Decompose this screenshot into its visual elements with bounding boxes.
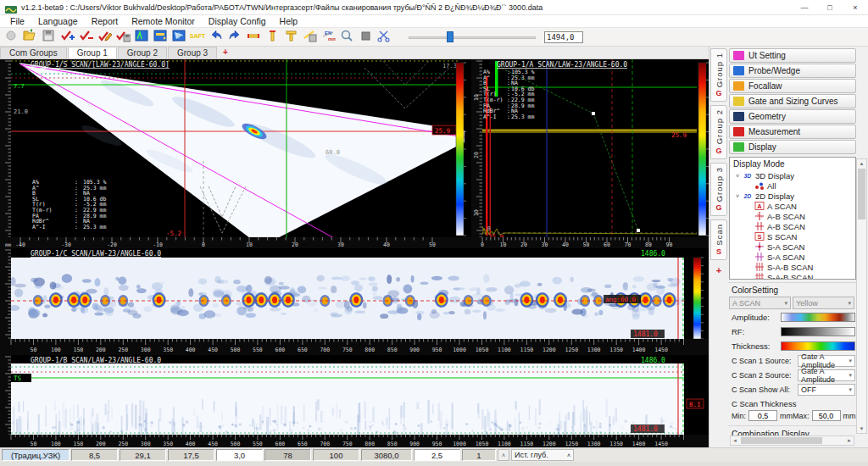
scroll-thumb[interactable]: [858, 169, 865, 219]
tab-group-3[interactable]: Group 3: [168, 47, 217, 58]
bscan-display-icon[interactable]: [152, 27, 170, 43]
status-cell-8[interactable]: 2,5: [414, 449, 460, 461]
save-file-icon[interactable]: [40, 27, 58, 43]
tree-item-2d-display[interactable]: ˅2D2D Display: [733, 191, 855, 201]
undo-icon[interactable]: [208, 27, 225, 43]
redo-icon[interactable]: [226, 27, 244, 43]
dropdown-c-scan-show-all-[interactable]: OFF▾: [798, 384, 855, 396]
svg-text:400: 400: [186, 441, 196, 447]
scan-position-slider[interactable]: [409, 29, 536, 45]
svg-text:450: 450: [208, 441, 218, 447]
scissors-icon[interactable]: [376, 27, 393, 43]
close-button[interactable]: ×: [843, 0, 868, 15]
units-icon[interactable]: ENmm: [320, 27, 337, 43]
c-scan-panel[interactable]: ang:60.01486.01481.0GROUP-1/C SCAN/LAW-2…: [0, 248, 709, 355]
thickness-min-input[interactable]: [748, 410, 777, 421]
add-group-tab[interactable]: +: [218, 47, 233, 58]
tree-item-s-a-scan[interactable]: S-A SCAN: [733, 252, 855, 262]
scan-position-input[interactable]: [544, 31, 583, 43]
add-group-vertical-tab[interactable]: +: [716, 265, 721, 275]
svg-text:10: 10: [500, 241, 507, 248]
tree-expander-icon[interactable]: ˅: [733, 192, 742, 200]
sidebar-buttons: Ut SettingProbe/WedgeFocallawGate and Si…: [728, 48, 857, 155]
toolbar: SAFTENmm: [0, 28, 868, 47]
tree-item-a-scan[interactable]: AA SCAN: [733, 201, 855, 211]
svg-text:850: 850: [387, 347, 398, 353]
gate-save-icon[interactable]: [301, 27, 319, 43]
svg-text:20: 20: [520, 241, 527, 248]
vertical-tab-group-2[interactable]: Group 2G: [710, 105, 727, 158]
gate-t-icon[interactable]: [282, 27, 300, 43]
vertical-tab-group-3[interactable]: Group 3G: [710, 163, 727, 216]
tree-item-all[interactable]: All: [733, 180, 855, 191]
sidebar-button-gate-and-sizing-curves[interactable]: Gate and Sizing Curves: [729, 94, 856, 108]
scan-type-select[interactable]: A SCAN▾: [729, 297, 791, 309]
tree-item-s-a-b-scan[interactable]: S-A-B SCAN: [733, 262, 855, 272]
sscan-display-icon[interactable]: [170, 27, 188, 43]
stop-icon[interactable]: [357, 27, 375, 43]
tree-item-s-scan[interactable]: SS SCAN: [733, 231, 855, 241]
scroll-up-icon[interactable]: ▲: [860, 159, 865, 168]
sidebar-button-probe-wedge[interactable]: Probe/Wedge: [729, 64, 856, 78]
scroll-thumb[interactable]: [741, 437, 822, 444]
depth-mode-dropdown[interactable]: Ист. глуб.˄: [511, 449, 574, 461]
sidebar-button-ut-setting[interactable]: Ut Setting: [729, 48, 856, 63]
svg-text:100: 100: [51, 347, 61, 353]
law-edit-icon[interactable]: [96, 27, 114, 43]
menu-remote-monitor[interactable]: Remote Monitor: [125, 15, 202, 28]
tree-item-s-a-b-scan[interactable]: S-A-B SCAN: [733, 272, 855, 280]
svg-text::: :: [75, 224, 78, 230]
svg-text:800: 800: [364, 347, 375, 353]
law-remove-icon[interactable]: [77, 27, 95, 43]
open-file-icon[interactable]: [21, 27, 39, 43]
svg-text:20: 20: [473, 152, 480, 158]
tab-group-2[interactable]: Group 2: [118, 47, 167, 58]
sidebar-button-measurement[interactable]: Measurement: [729, 125, 856, 139]
tree-item-a-b-scan[interactable]: A-B SCAN: [733, 211, 855, 221]
gate-a-icon[interactable]: [245, 27, 263, 43]
law-add-icon[interactable]: [58, 27, 76, 43]
gate-i-icon[interactable]: [264, 27, 281, 43]
sidebar-vertical-scrollbar[interactable]: ▲ ▼: [856, 158, 867, 434]
menu-language[interactable]: Language: [31, 15, 85, 28]
dropdown-c-scan-1-source-[interactable]: Gate A Amplitude▾: [798, 355, 855, 367]
2d-display-icon: 2D: [742, 191, 753, 200]
menu-report[interactable]: Report: [85, 15, 125, 28]
status-spinner[interactable]: ˄: [498, 449, 509, 461]
zoom-icon[interactable]: [338, 27, 356, 43]
tree-item-3d-display[interactable]: ˅3D3D Display: [733, 170, 855, 180]
vertical-tab-scan[interactable]: ScanS: [710, 219, 727, 260]
law-save-icon[interactable]: [114, 27, 132, 43]
sidebar-button-display[interactable]: Display: [729, 140, 856, 154]
scroll-right-icon[interactable]: ►: [845, 438, 854, 443]
s-scan-panel[interactable]: 7.721.017.360.025.9-5.2A%:105.3 %A^:25.3…: [0, 59, 471, 248]
sidebar-button-focallaw[interactable]: Focallaw: [729, 79, 856, 93]
b-scan-panel[interactable]: TS1486.08.11481.0GROUP-1/B SCAN/LAW-23/A…: [0, 355, 709, 447]
scroll-down-icon[interactable]: ▼: [860, 424, 865, 433]
thickness-max-input[interactable]: [812, 410, 841, 421]
tab-com-groups[interactable]: Com Groups: [0, 47, 67, 58]
tree-item-s-a-scan[interactable]: S-A SCAN: [733, 241, 855, 252]
tree-expander-icon[interactable]: ˅: [733, 172, 742, 180]
menu-file[interactable]: File: [3, 15, 31, 28]
vertical-tab-group-1[interactable]: Group 1G: [710, 48, 727, 102]
svg-text::: :: [507, 114, 510, 120]
tree-item-a-b-scan[interactable]: A-B SCAN: [733, 221, 855, 231]
sidebar-horizontal-scrollbar[interactable]: ◄ ►: [730, 435, 854, 446]
a-scan-panel[interactable]: 25.933.025.9A%:105.3 %A^:25.3 mmB:NASL:1…: [471, 59, 709, 248]
tab-group-1[interactable]: Group 1: [68, 47, 117, 58]
palette-select[interactable]: Yellow▾: [793, 297, 854, 309]
dropdown-c-scan-2-source-[interactable]: Gate A Amplitude▾: [798, 369, 855, 381]
minimize-button[interactable]: —: [792, 0, 817, 15]
scroll-left-icon[interactable]: ◄: [731, 438, 739, 443]
svg-text:-5.2: -5.2: [166, 230, 181, 237]
maximize-button[interactable]: □: [817, 0, 843, 15]
slider-handle[interactable]: [447, 31, 453, 42]
status-cell-4[interactable]: 3,0: [216, 449, 263, 461]
saft-icon[interactable]: SAFT: [189, 27, 207, 43]
menu-display-config[interactable]: Display Config: [202, 15, 273, 28]
new-file-icon[interactable]: [3, 27, 20, 43]
menu-help[interactable]: Help: [273, 15, 305, 28]
ascan-display-icon[interactable]: [133, 27, 151, 43]
sidebar-button-geometry[interactable]: Geometry: [729, 109, 856, 124]
